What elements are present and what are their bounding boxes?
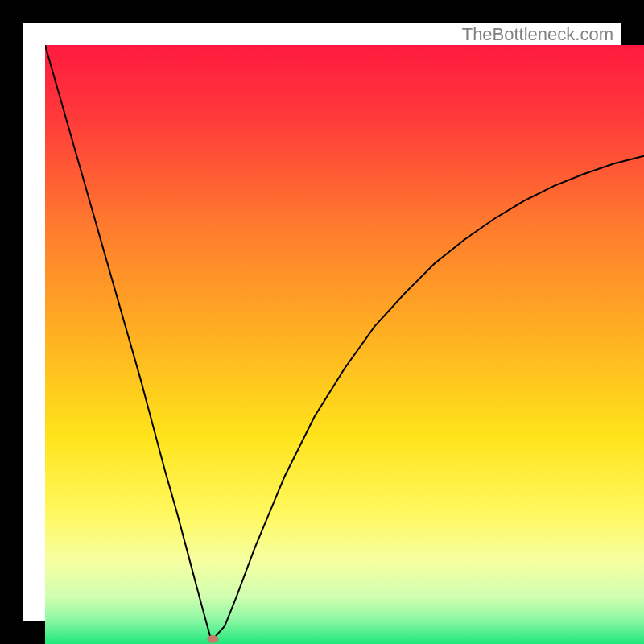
gradient-background [45, 45, 644, 644]
plot-svg [45, 45, 644, 644]
chart-frame: TheBottleneck.com [0, 0, 644, 644]
watermark-label: TheBottleneck.com [462, 24, 613, 45]
plot-area [45, 45, 644, 644]
optimal-point-marker [207, 635, 218, 643]
